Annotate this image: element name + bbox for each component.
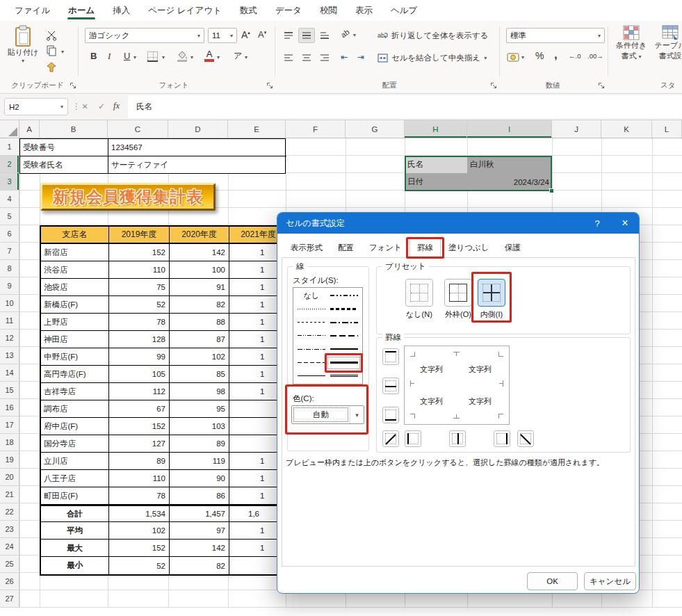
value-cell[interactable]: 88 xyxy=(170,314,229,331)
branch-name-cell[interactable]: 中野店(F) xyxy=(41,348,109,366)
row-header-16[interactable]: 16 xyxy=(0,399,19,416)
cut-button[interactable] xyxy=(44,29,58,42)
line-style-dashed-small[interactable] xyxy=(295,316,327,329)
copy-button[interactable] xyxy=(44,44,58,57)
row-header-24[interactable]: 24 xyxy=(0,538,19,556)
line-style-md-dashdotdot[interactable] xyxy=(327,289,360,302)
preset-none[interactable]: なし(N) xyxy=(403,279,435,320)
branch-name-cell[interactable]: 渋谷店 xyxy=(41,261,109,279)
line-style-listbox[interactable]: なし xyxy=(293,287,363,384)
align-right-button[interactable] xyxy=(316,50,333,65)
branch-name-cell[interactable]: 神田店 xyxy=(41,331,109,348)
ribbon-tab-数式[interactable]: 数式 xyxy=(231,0,266,21)
name-box-dropdown-icon[interactable]: ▾ xyxy=(60,104,63,110)
font-name-dropdown-icon[interactable]: ▾ xyxy=(197,33,200,39)
dialog-close-button[interactable]: × xyxy=(611,213,639,234)
cancel-button[interactable]: キャンセル xyxy=(584,572,636,590)
value-cell[interactable]: 142 xyxy=(170,540,229,557)
branch-name-cell[interactable]: 合計 xyxy=(41,505,109,522)
branch-name-cell[interactable]: 立川店 xyxy=(41,453,109,470)
dialog-tab-保護[interactable]: 保護 xyxy=(497,238,528,258)
column-header-L[interactable]: L xyxy=(652,120,682,138)
row-header-19[interactable]: 19 xyxy=(0,451,19,469)
color-dropdown[interactable]: 自動 ▾ xyxy=(291,405,364,424)
branch-name-cell[interactable]: 高円寺店(F) xyxy=(41,366,109,383)
font-size-dropdown-icon[interactable]: ▾ xyxy=(230,33,233,39)
clipboard-dialog-launcher[interactable] xyxy=(70,81,78,90)
row-header-1[interactable]: 1 xyxy=(0,138,19,156)
branch-name-cell[interactable]: 国分寺店 xyxy=(41,435,109,453)
branch-name-cell[interactable]: 最大 xyxy=(41,540,109,557)
border-diagonal-down-button[interactable] xyxy=(517,430,534,447)
ribbon-tab-ページ レイアウト[interactable]: ページ レイアウト xyxy=(139,0,231,21)
border-preview[interactable]: 文字列 文字列 文字列 文字列 xyxy=(404,346,510,425)
comma-style-button[interactable]: , xyxy=(554,49,558,60)
font-dialog-launcher[interactable] xyxy=(266,81,275,90)
copy-dropdown-icon[interactable]: ▾ xyxy=(61,49,64,55)
value-cell[interactable]: 99 xyxy=(109,348,170,366)
format-as-table-button[interactable]: テーブル 書式設 xyxy=(652,25,682,61)
column-header-H[interactable]: H xyxy=(405,120,467,138)
column-header-D[interactable]: D xyxy=(168,120,228,138)
line-style-thick-selected[interactable] xyxy=(327,357,360,369)
number-dialog-launcher[interactable] xyxy=(598,81,606,90)
line-style-md-dashdot[interactable] xyxy=(327,316,360,329)
value-cell[interactable]: 85 xyxy=(170,366,229,383)
row-header-15[interactable]: 15 xyxy=(0,382,19,399)
value-cell[interactable]: 82 xyxy=(170,296,229,314)
border-top-button[interactable] xyxy=(382,348,399,365)
line-style-thin[interactable] xyxy=(295,370,327,382)
font-name-combo[interactable]: 游ゴシック▾ xyxy=(85,28,204,43)
line-style-double[interactable] xyxy=(327,370,360,382)
line-style-dashdot[interactable] xyxy=(295,343,327,355)
insert-function-button[interactable]: fx xyxy=(113,101,120,111)
merge-center-button[interactable]: セルを結合して中央揃え ▾ xyxy=(377,53,487,63)
row-header-8[interactable]: 8 xyxy=(0,260,19,277)
row-header-4[interactable]: 4 xyxy=(0,191,19,208)
border-inside-horizontal-button[interactable] xyxy=(382,378,399,394)
row-header-6[interactable]: 6 xyxy=(0,225,19,243)
wrap-text-button[interactable]: ab 折り返して全体を表示する xyxy=(377,31,489,41)
line-style-dashdotdot[interactable] xyxy=(295,330,327,342)
ribbon-tab-ファイル[interactable]: ファイル xyxy=(6,0,59,21)
value-cell[interactable]: 100 xyxy=(170,261,229,279)
value-cell[interactable]: 89 xyxy=(109,453,170,470)
border-left-button[interactable] xyxy=(405,430,421,447)
value-cell[interactable]: 90 xyxy=(170,470,229,487)
row-header-5[interactable]: 5 xyxy=(0,208,19,225)
font-color-dropdown-icon[interactable]: ▾ xyxy=(217,54,220,60)
row-header-2[interactable]: 2 xyxy=(0,156,19,173)
branch-name-cell[interactable]: 新宿店 xyxy=(41,244,109,261)
color-dropdown-icon[interactable]: ▾ xyxy=(350,406,364,423)
row-header-26[interactable]: 26 xyxy=(0,573,19,590)
value-cell[interactable]: 82 xyxy=(170,557,229,574)
header-2020[interactable]: 2020年度 xyxy=(170,227,229,244)
line-style-medium[interactable] xyxy=(327,343,360,355)
branch-name-cell[interactable]: 調布店 xyxy=(41,400,109,418)
ribbon-tab-ヘルプ[interactable]: ヘルプ xyxy=(382,0,426,21)
borders-button[interactable] xyxy=(147,51,158,62)
value-cell[interactable]: 142 xyxy=(170,244,229,261)
branch-name-cell[interactable]: 吉祥寺店 xyxy=(41,383,109,400)
value-cell[interactable]: 119 xyxy=(170,453,229,470)
value-cell[interactable]: 102 xyxy=(170,348,229,366)
branch-name-cell[interactable]: 町田店(F) xyxy=(41,487,109,505)
align-center-button[interactable] xyxy=(298,50,315,65)
dialog-tab-フォント[interactable]: フォント xyxy=(362,238,409,258)
align-left-button[interactable] xyxy=(280,50,297,65)
value-cell[interactable]: 103 xyxy=(170,418,229,435)
value-cell[interactable]: 52 xyxy=(109,296,170,314)
value-cell[interactable]: 152 xyxy=(109,244,170,261)
value-cell[interactable]: 127 xyxy=(109,435,170,453)
column-header-E[interactable]: E xyxy=(228,120,286,138)
ok-button[interactable]: OK xyxy=(527,572,578,590)
fill-color-button[interactable] xyxy=(175,49,189,63)
formula-input[interactable]: 氏名 xyxy=(128,95,682,118)
border-right-button[interactable] xyxy=(494,430,510,447)
underline-dropdown-icon[interactable]: ▾ xyxy=(133,54,136,60)
value-cell[interactable]: 128 xyxy=(109,331,170,348)
preset-inside[interactable]: 内側(I) xyxy=(476,279,508,320)
line-style-none[interactable]: なし xyxy=(295,289,327,302)
value-cell[interactable]: 86 xyxy=(170,487,229,505)
row-header-12[interactable]: 12 xyxy=(0,330,19,347)
